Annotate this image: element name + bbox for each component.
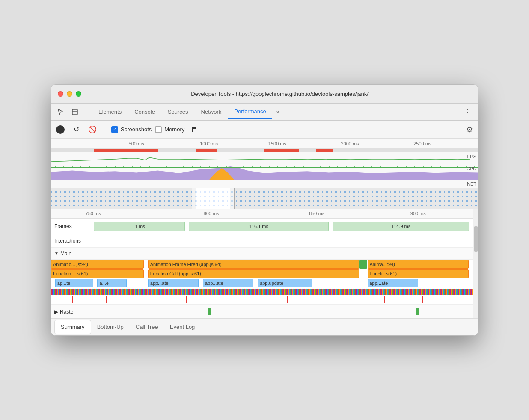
detail-time-ruler: 750 ms 800 ms 850 ms 900 ms — [51, 209, 473, 219]
flame-func-2[interactable]: Function Call (app.js:61) — [148, 269, 359, 278]
perf-toolbar: ↺ 🚫 ✓ Screenshots Memory 🗑 ⚙ — [51, 121, 478, 139]
screenshots-group: ✓ Screenshots — [111, 126, 152, 133]
flame-app-1[interactable]: ap...te — [55, 279, 93, 287]
tab-bottom-up[interactable]: Bottom-Up — [91, 320, 130, 334]
screenshot-preview — [196, 188, 230, 209]
tab-console[interactable]: Console — [128, 105, 161, 118]
tab-event-log[interactable]: Event Log — [164, 320, 201, 334]
raster-content — [94, 305, 473, 318]
ruler-tick-1000: 1000 ms — [200, 141, 218, 146]
tab-elements[interactable]: Elements — [92, 105, 128, 118]
frames-content: .1 ms 116.1 ms 114.9 ms — [94, 219, 473, 234]
tab-summary[interactable]: Summary — [54, 320, 91, 334]
scrollbar-thumb[interactable] — [474, 226, 478, 252]
toolbar-separator-1 — [105, 124, 105, 135]
detail-tick-900: 900 ms — [410, 211, 426, 216]
task-segment-1 — [94, 149, 158, 152]
raster-arrow[interactable]: ▶ — [54, 309, 58, 315]
memory-group: Memory — [155, 126, 184, 133]
flame-app-5[interactable]: app.update — [258, 279, 312, 287]
flame-app-2[interactable]: a...e — [97, 279, 127, 287]
ruler-tick-500: 500 ms — [129, 141, 144, 146]
flame-anim-2[interactable]: Animation Frame Fired (app.js:94) — [148, 260, 359, 269]
task-segment-2 — [196, 149, 217, 152]
timeline-overview: 500 ms 1000 ms 1500 ms 2000 ms 2500 ms F… — [51, 139, 478, 209]
devtools-menu-icon[interactable]: ⋮ — [460, 106, 475, 118]
flame-row-2: Function....js:61) Function Call (app.js… — [51, 269, 473, 278]
delete-button[interactable]: 🗑 — [188, 123, 201, 136]
memory-label: Memory — [164, 126, 184, 133]
raster-label: ▶ Raster — [51, 309, 94, 315]
memory-checkbox[interactable] — [155, 126, 162, 133]
main-label: Main — [60, 251, 71, 257]
title-bar: Developer Tools - https://googlechrome.g… — [51, 85, 478, 104]
ruler-tick-2500: 2500 ms — [413, 141, 431, 146]
traffic-lights — [58, 91, 81, 97]
flame-row-3: ap...te a...e app...ate app...ate app.up… — [51, 278, 473, 288]
tab-network[interactable]: Network — [195, 105, 228, 118]
flame-app-3[interactable]: app...ate — [148, 279, 199, 287]
interactions-label: Interactions — [51, 238, 94, 244]
tab-bar: Elements Console Sources Network Perform… — [51, 104, 478, 121]
scrollbar[interactable] — [473, 209, 478, 318]
flame-anim-3[interactable]: Anima...:94) — [368, 260, 469, 269]
flame-content-row-1: Animatio....js:94) Animation Frame Fired… — [51, 260, 473, 269]
flame-content-row-2: Function....js:61) Function Call (app.js… — [51, 269, 473, 278]
main-collapse-arrow[interactable]: ▼ — [54, 251, 59, 256]
main-header: ▼ Main — [51, 248, 473, 260]
detail-area: 750 ms 800 ms 850 ms 900 ms Frames .1 ms… — [51, 209, 473, 318]
settings-icon[interactable]: ⚙ — [466, 125, 473, 134]
marker-7 — [422, 296, 423, 303]
bottom-tabs: Summary Bottom-Up Call Tree Event Log — [51, 318, 478, 335]
marker-4 — [220, 296, 220, 303]
toolbar-right: ⚙ — [466, 125, 473, 134]
screenshots-track — [51, 188, 478, 209]
flame-green-1 — [359, 260, 368, 269]
screenshots-checkbox[interactable]: ✓ — [111, 126, 118, 133]
screenshots-label: Screenshots — [121, 126, 152, 133]
detail-tick-800: 800 ms — [204, 211, 219, 216]
main-section: ▼ Main Animatio....js:94) Animation Fram… — [51, 248, 473, 305]
flame-func-1[interactable]: Function....js:61) — [51, 269, 144, 278]
frame-block-3: 114.9 ms — [333, 222, 469, 231]
flame-anim-1[interactable]: Animatio....js:94) — [51, 260, 144, 269]
net-label: NET — [467, 181, 476, 186]
tab-performance[interactable]: Performance — [228, 105, 272, 119]
marker-6 — [384, 296, 385, 303]
ruler-tick-2000: 2000 ms — [341, 141, 359, 146]
screenshots-dots — [51, 188, 478, 209]
tab-call-tree[interactable]: Call Tree — [130, 320, 164, 334]
clear-button[interactable]: 🚫 — [86, 123, 99, 136]
net-track: NET — [51, 180, 478, 188]
ruler-tick-1500: 1500 ms — [268, 141, 286, 146]
task-bar — [51, 149, 478, 152]
frame-block-1: .1 ms — [94, 222, 185, 231]
flame-chart: Animatio....js:94) Animation Frame Fired… — [51, 260, 473, 304]
fps-track: FPS — [51, 152, 478, 164]
tab-sources[interactable]: Sources — [162, 105, 194, 118]
maximize-button[interactable] — [76, 91, 81, 97]
close-button[interactable] — [58, 91, 63, 97]
devtools-window: Developer Tools - https://googlechrome.g… — [51, 84, 478, 336]
frame-block-2: 116.1 ms — [189, 222, 329, 231]
overview-time-ruler: 500 ms 1000 ms 1500 ms 2000 ms 2500 ms — [51, 139, 478, 149]
cpu-label: CPU — [467, 166, 476, 171]
tab-more-button[interactable]: » — [273, 107, 283, 117]
flame-content-stripe — [51, 288, 473, 296]
svg-rect-0 — [72, 109, 77, 115]
cursor-icon[interactable] — [54, 106, 66, 118]
raster-green-1 — [208, 308, 211, 315]
window-title: Developer Tools - https://googlechrome.g… — [88, 91, 471, 97]
detail-tick-750: 750 ms — [86, 211, 101, 216]
inspect-icon[interactable] — [69, 106, 81, 118]
flame-content-row-3: ap...te a...e app...ate app...ate app.up… — [51, 278, 473, 288]
reload-button[interactable]: ↺ — [70, 123, 83, 136]
flame-app-4[interactable]: app...ate — [203, 279, 253, 287]
marker-1 — [72, 296, 73, 303]
cpu-track: CPU — [51, 164, 478, 180]
flame-func-3[interactable]: Functi...s:61) — [368, 269, 469, 278]
marker-3 — [186, 296, 187, 303]
flame-app-6[interactable]: app...ate — [368, 279, 418, 287]
minimize-button[interactable] — [67, 91, 72, 97]
record-button[interactable] — [56, 125, 65, 134]
